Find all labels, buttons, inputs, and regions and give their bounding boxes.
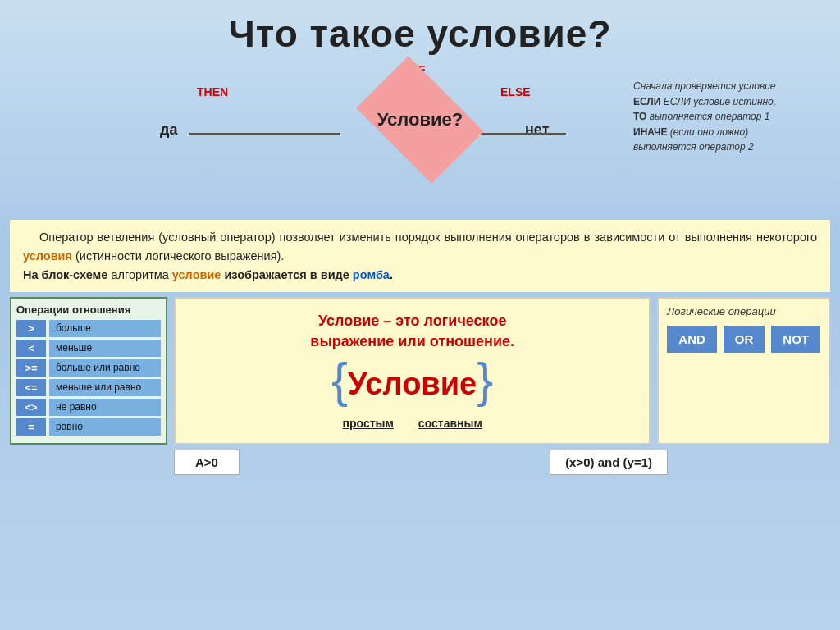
condition-big-text: Условие (348, 367, 477, 402)
examples-spacer-mid (246, 450, 543, 475)
op-label-gt: больше (49, 320, 161, 337)
page-title: Что такое условие? (0, 0, 840, 56)
expl-line-5: выполняется оператор 2 (633, 139, 830, 155)
net-label: нет (525, 121, 549, 139)
condition-sub-complex: составным (418, 417, 482, 430)
op-row-gt: > больше (16, 320, 161, 337)
else-label: ELSE (500, 85, 531, 98)
da-label: да (160, 121, 177, 139)
op-label-lt: меньше (49, 340, 161, 357)
logical-buttons: AND OR NOT (667, 326, 820, 353)
main-para-1: Оператор ветвления (условный оператор) п… (23, 228, 817, 266)
operations-table: Операции отношения > больше < меньше >= … (10, 297, 167, 445)
main-text-block: Оператор ветвления (условный оператор) п… (10, 220, 830, 292)
curly-left-icon: { (331, 352, 348, 409)
main-para-2: На блок-схеме алгоритма условие изобража… (23, 266, 817, 285)
diamond-text: Условие? (377, 109, 463, 130)
condition-row: { Условие } (187, 360, 637, 409)
op-symbol-eq: = (16, 418, 46, 436)
expl-line-2: ЕСЛИ ЕСЛИ условие истинно, (633, 94, 830, 110)
op-label-neq: не равно (49, 399, 161, 416)
example-left: A>0 (174, 450, 240, 475)
line-left (189, 133, 340, 135)
or-button[interactable]: OR (724, 326, 765, 353)
examples-spacer-left (10, 450, 167, 475)
op-symbol-lt: < (16, 340, 46, 357)
curly-right-icon: } (477, 352, 493, 409)
flowchart-area: IF THEN да ELSE нет Условие? Сначала про… (0, 56, 840, 220)
bottom-section: Операции отношения > больше < меньше >= … (10, 297, 830, 445)
op-row-lt: < меньше (16, 340, 161, 357)
op-symbol-lte: <= (16, 379, 46, 396)
op-label-lte: меньше или равно (49, 379, 161, 396)
condition-description: Условие – это логическоевыражение или от… (174, 297, 651, 445)
expl-line-4: ИНАЧЕ (если оно ложно) (633, 125, 830, 140)
operations-title: Операции отношения (16, 304, 161, 316)
op-row-neq: <> не равно (16, 399, 161, 416)
op-row-lte: <= меньше или равно (16, 379, 161, 396)
expl-line-1: Сначала проверяется условие (633, 79, 830, 94)
op-label-gte: больше или равно (49, 359, 161, 377)
logical-ops-title: Логические операции (667, 305, 820, 317)
op-row-gte: >= больше или равно (16, 359, 161, 377)
condition-sub-simple: простым (343, 417, 394, 430)
condition-desc-text: Условие – это логическоевыражение или от… (310, 311, 514, 352)
example-right: (x>0) and (y=1) (550, 450, 668, 475)
and-button[interactable]: AND (667, 326, 717, 353)
not-button[interactable]: NOT (771, 326, 820, 353)
logical-operations: Логические операции AND OR NOT (657, 297, 830, 445)
op-label-eq: равно (49, 418, 161, 436)
op-symbol-gte: >= (16, 359, 46, 377)
explanation-box: Сначала проверяется условие ЕСЛИ ЕСЛИ ус… (633, 79, 830, 155)
examples-row: A>0 (x>0) and (y=1) (10, 450, 830, 475)
op-symbol-neq: <> (16, 399, 46, 416)
op-symbol-gt: > (16, 320, 46, 337)
condition-sub: простым составным (187, 417, 637, 430)
then-label: THEN (197, 85, 228, 98)
diamond-container: Условие? (354, 79, 486, 161)
op-row-eq: = равно (16, 418, 161, 436)
expl-line-3: ТО выполняется оператор 1 (633, 109, 830, 125)
examples-spacer-right (674, 450, 830, 475)
